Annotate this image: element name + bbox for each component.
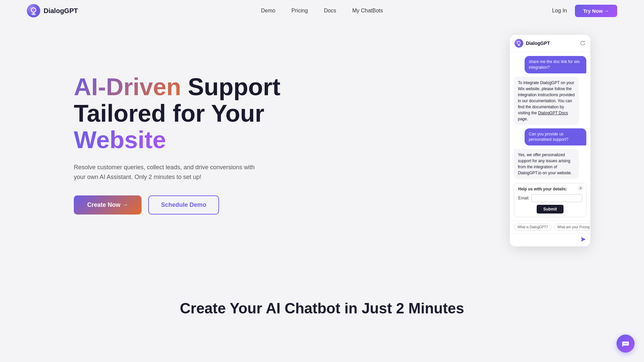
suggestion-chip-2[interactable]: What are your Pricing Plans?	[554, 224, 590, 231]
lead-form-close-button[interactable]: ✕	[578, 185, 583, 191]
chat-message-user-1: share me the doc link for wix integratio…	[525, 56, 586, 73]
chat-header: DialogGPT	[510, 35, 590, 52]
create-now-button[interactable]: Create Now →	[74, 195, 142, 215]
chat-header-left: DialogGPT	[515, 39, 550, 48]
chat-message-bot-2: Yes, we offer personalized support for a…	[514, 149, 579, 179]
send-button[interactable]	[580, 236, 586, 244]
svg-point-7	[518, 42, 520, 44]
svg-rect-9	[519, 45, 520, 45]
email-input[interactable]	[531, 194, 582, 202]
login-link[interactable]: Log In	[552, 8, 567, 14]
chat-widget: DialogGPT share me the doc link for wix …	[510, 35, 590, 246]
hero-title-line2: Tailored for Your	[74, 100, 264, 127]
hero-content: AI-Driven Support Tailored for Your Webs…	[74, 74, 280, 215]
nav-pricing[interactable]: Pricing	[291, 8, 308, 13]
hero-buttons: Create Now → Schedule Demo	[74, 195, 280, 215]
svg-rect-4	[33, 13, 34, 14]
lead-form-email-row: Email:	[518, 194, 582, 202]
nav-docs[interactable]: Docs	[324, 8, 336, 13]
hero-section: AI-Driven Support Tailored for Your Webs…	[0, 21, 644, 273]
hero-title-gradient: AI-Driven	[74, 73, 181, 100]
hero-subtitle: Resolve customer queries, collect leads,…	[74, 163, 255, 182]
navigation: DialogGPT Demo Pricing Docs My ChatBots …	[0, 0, 644, 21]
nav-mybots[interactable]: My ChatBots	[352, 8, 383, 13]
floating-chat-icon	[621, 339, 630, 348]
chat-suggestions: What is DialogGPT? What are your Pricing…	[510, 221, 590, 233]
svg-point-11	[624, 343, 625, 344]
chat-bot-icon	[515, 39, 523, 48]
refresh-icon[interactable]	[580, 40, 586, 46]
svg-point-2	[32, 8, 35, 12]
hero-title-purple: Website	[74, 126, 166, 153]
chat-input-row	[510, 233, 590, 246]
svg-point-12	[625, 343, 626, 344]
nav-links: Demo Pricing Docs My ChatBots	[261, 8, 383, 14]
docs-link[interactable]: DialogGPT Docs	[538, 111, 568, 115]
suggestion-chip-1[interactable]: What is DialogGPT?	[514, 224, 552, 231]
lead-form: ✕ Help us with your details: Email: Subm…	[514, 183, 586, 217]
svg-point-13	[627, 343, 627, 344]
logo-icon	[27, 4, 40, 17]
try-now-button[interactable]: Try Now →	[575, 5, 617, 17]
chat-messages: share me the doc link for wix integratio…	[510, 52, 590, 183]
floating-chat-bubble[interactable]	[616, 335, 635, 353]
schedule-demo-button[interactable]: Schedule Demo	[148, 195, 219, 215]
nav-right: Log In Try Now →	[552, 5, 617, 17]
nav-demo[interactable]: Demo	[261, 8, 275, 13]
brand-name: DialogGPT	[44, 7, 78, 15]
lead-form-submit-button[interactable]: Submit	[537, 205, 564, 214]
chat-message-bot-1: To integrate DialogGPT on your Wix websi…	[514, 77, 579, 125]
send-icon	[580, 236, 586, 242]
chat-message-user-2: Can you provide us personalised support?	[525, 128, 586, 146]
hero-title-dark: Support	[181, 73, 280, 100]
bottom-title: Create Your AI Chatbot in Just 2 Minutes	[27, 300, 617, 317]
hero-title: AI-Driven Support Tailored for Your Webs…	[74, 74, 280, 154]
lead-form-title: Help us with your details:	[518, 187, 582, 191]
chat-input[interactable]	[514, 238, 580, 242]
chat-widget-title: DialogGPT	[526, 41, 550, 46]
email-label: Email:	[518, 196, 529, 200]
logo-link[interactable]: DialogGPT	[27, 4, 78, 17]
bottom-section: Create Your AI Chatbot in Just 2 Minutes	[0, 273, 644, 330]
